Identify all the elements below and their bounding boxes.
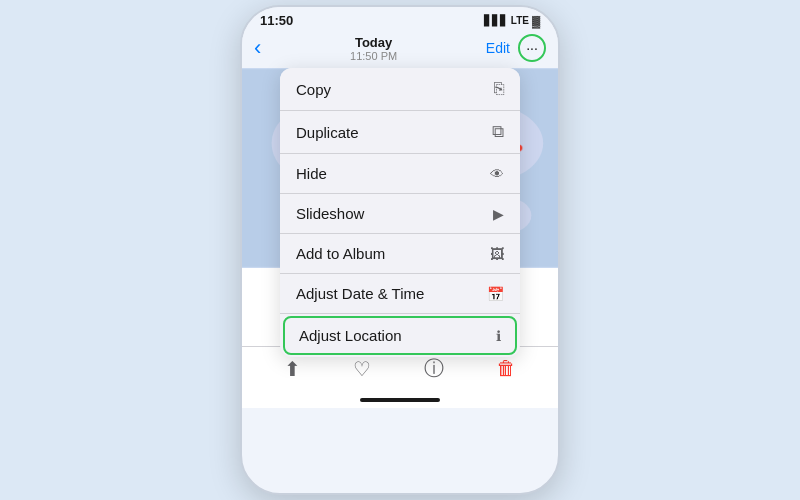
info-button[interactable]: ⓘ: [424, 355, 444, 382]
menu-item-slideshow-icon: ▶: [493, 206, 504, 222]
dots-button[interactable]: ···: [518, 34, 546, 62]
signal-icon: ▋▋▋: [484, 15, 508, 26]
phone-frame: 11:50 ▋▋▋ LTE ▓ ‹ Today 11:50 PM Edit ··…: [240, 5, 560, 495]
dots-icon: ···: [526, 40, 538, 56]
menu-item-copy-label: Copy: [296, 81, 331, 98]
menu-item-add-album-label: Add to Album: [296, 245, 385, 262]
menu-item-adjust-location[interactable]: Adjust Location ℹ: [283, 316, 517, 355]
home-bar: [360, 398, 440, 402]
menu-item-duplicate[interactable]: Duplicate ⧉: [280, 111, 520, 154]
back-button[interactable]: ‹: [254, 35, 261, 61]
menu-item-slideshow[interactable]: Slideshow ▶: [280, 194, 520, 234]
edit-button[interactable]: Edit: [486, 40, 510, 56]
status-icons: ▋▋▋ LTE ▓: [484, 15, 540, 27]
menu-item-slideshow-label: Slideshow: [296, 205, 364, 222]
menu-item-hide-label: Hide: [296, 165, 327, 182]
menu-item-duplicate-icon: ⧉: [492, 122, 504, 142]
menu-item-adjust-location-icon: ℹ: [496, 328, 501, 344]
nav-actions: Edit ···: [486, 34, 546, 62]
nav-center: Today 11:50 PM: [350, 35, 397, 62]
dropdown-menu: Copy ⎘ Duplicate ⧉ Hide 👁 Slideshow ▶ Ad…: [280, 68, 520, 357]
menu-item-adjust-location-label: Adjust Location: [299, 327, 402, 344]
battery-icon: ▓: [532, 15, 540, 27]
trash-button[interactable]: 🗑: [496, 357, 516, 380]
menu-item-hide[interactable]: Hide 👁: [280, 154, 520, 194]
menu-item-adjust-datetime[interactable]: Adjust Date & Time 📅: [280, 274, 520, 314]
menu-item-add-album[interactable]: Add to Album 🖼: [280, 234, 520, 274]
menu-item-copy[interactable]: Copy ⎘: [280, 68, 520, 111]
menu-item-adjust-datetime-icon: 📅: [487, 286, 504, 302]
share-button[interactable]: ⬆: [284, 357, 301, 381]
menu-item-duplicate-label: Duplicate: [296, 124, 359, 141]
nav-subtitle: 11:50 PM: [350, 50, 397, 62]
lte-icon: LTE: [511, 15, 529, 26]
nav-title: Today: [350, 35, 397, 50]
home-indicator: [242, 394, 558, 408]
menu-item-hide-icon: 👁: [490, 166, 504, 182]
menu-item-copy-icon: ⎘: [494, 79, 504, 99]
nav-bar: ‹ Today 11:50 PM Edit ···: [242, 30, 558, 68]
menu-item-add-album-icon: 🖼: [490, 246, 504, 262]
menu-item-adjust-datetime-label: Adjust Date & Time: [296, 285, 424, 302]
status-time: 11:50: [260, 13, 293, 28]
content-area: 📍 📍 📍 📍 📍 📍 Copy ⎘ Duplicate ⧉ Hide: [242, 68, 558, 268]
heart-button[interactable]: ♡: [353, 357, 371, 381]
status-bar: 11:50 ▋▋▋ LTE ▓: [242, 7, 558, 30]
